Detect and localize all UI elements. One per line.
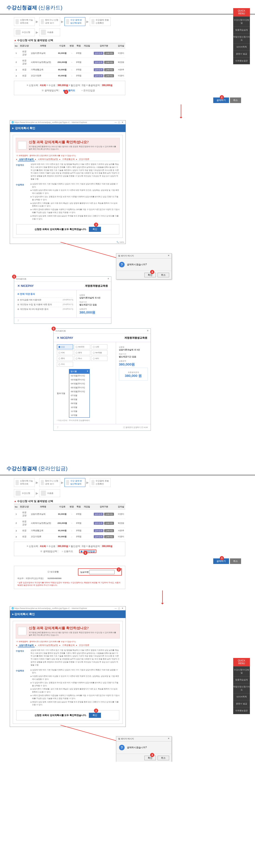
dropdown-option[interactable]: 07개월 [69, 394, 89, 398]
confirm-button[interactable]: 확인 [89, 227, 101, 232]
qm-item[interactable]: 네이버톡톡 [233, 693, 250, 700]
step[interactable]: 수강신청 [14, 28, 35, 36]
radio-bank[interactable]: ◉ 온라인입금 [79, 550, 96, 553]
tab[interactable]: 가족생활교육 [61, 158, 76, 161]
plan-label: 수업개요 [16, 649, 28, 667]
tab[interactable]: 건강가정론 [78, 158, 90, 161]
cancel-button[interactable]: 취소 [230, 97, 241, 103]
agree-all[interactable]: ⊘ 전체 약관 동의 [18, 292, 73, 296]
dropdown-option[interactable]: 12개월 [69, 413, 89, 417]
depositor-input[interactable] [89, 570, 115, 574]
card-option[interactable]: KB국민 [74, 344, 90, 349]
tab[interactable]: 상담이론과실제 [18, 644, 35, 647]
page-title: 수강신청결제 (온라인입금) [0, 461, 255, 475]
maximize-icon[interactable]: ▢ [118, 607, 120, 610]
cancel-button[interactable]: 취소 [230, 558, 241, 564]
detail-link[interactable]: [자세히보기] [63, 308, 73, 311]
step[interactable]: 수강 결제 방법선택/결제 [64, 478, 85, 487]
qm-item[interactable]: 자주묻는질문 [233, 57, 250, 64]
account-label: 예금주 : 계명대학교(산학협) [18, 577, 45, 580]
close-icon[interactable]: ✕ [147, 330, 149, 333]
qm-item[interactable]: 네이버톡톡 [233, 43, 250, 50]
qm-item[interactable]: 수강신청/수강방법 [233, 666, 250, 676]
agree-row[interactable]: ⊘ 전자금융거래 이용약관[자세히보기] [18, 298, 73, 302]
dropdown-option[interactable]: 04개월(무이자) [69, 382, 89, 386]
dropdown-option[interactable]: 10개월 [69, 405, 89, 409]
step[interactable]: 신청이력 가능과목조회 [14, 17, 35, 26]
card-option[interactable]: 하나 [74, 356, 90, 361]
plan-label: 수업목표 [16, 183, 28, 221]
close-icon[interactable]: ✕ [122, 121, 123, 123]
step[interactable]: 수료증 [39, 489, 60, 497]
maximize-icon[interactable]: ▢ [118, 121, 120, 123]
help-icon[interactable]: ❔ [17, 319, 19, 322]
help-icon[interactable]: ❔ [56, 426, 59, 428]
tab[interactable]: 건강가정론 [78, 644, 90, 647]
agree-row[interactable]: ⊘ 개인정보 수집 및 이용에 대한 동의[자세히보기] [18, 302, 73, 307]
card-option[interactable]: 신한 [91, 344, 107, 349]
step[interactable]: 신청이력 가능과목조회 [14, 478, 35, 487]
ok-button[interactable]: 확인 [144, 756, 156, 760]
tab[interactable]: 사회복지실천론(실천) [37, 644, 59, 647]
bank-radio[interactable]: ◎ 대구은행 [47, 570, 59, 574]
tab[interactable]: 상담이론과실제 [18, 158, 35, 161]
merchant-name: 계명원격평생교육원 [85, 284, 108, 287]
table-row: 1전공 교양상담이론과실제60,000원-3학점교수소개 교육과정이영미 [14, 510, 125, 519]
link[interactable]: 안심클릭페이 [78, 420, 90, 422]
step[interactable]: 수강결제 완료 신청확인 [90, 17, 111, 26]
card-note: * 카드사안내 : 무이자조회 안심클릭페이 [57, 419, 113, 422]
step-nav: 신청이력 가능과목조회▶ 장바구니·신청 내역 보기▶ 수강 결제 방법선택/결… [14, 478, 125, 487]
dropdown-option[interactable]: 08개월 [69, 398, 89, 402]
step[interactable]: 장바구니·신청 내역 보기 [39, 478, 60, 487]
detail-link[interactable]: [자세히보기] [63, 299, 73, 302]
step[interactable]: 수강결제 완료 신청확인 [90, 478, 111, 487]
close-icon[interactable]: ✕ [168, 254, 170, 257]
qm-item[interactable]: 증명서 발급 [233, 700, 250, 707]
qm-item[interactable]: 맞춤학습설계 [233, 27, 250, 33]
card-option[interactable]: NH채움 [91, 350, 107, 355]
dropdown-option[interactable]: 06개월(무이자) [69, 390, 89, 394]
radio-card[interactable]: ○ 신용카드 [62, 550, 73, 553]
tab[interactable]: 가족생활교육 [61, 644, 76, 647]
qm-item[interactable]: 증명서 발급 [233, 50, 250, 57]
agree-row[interactable]: ⊘ 개인정보 제 3자 제공약관 동의[자세히보기] [18, 307, 73, 311]
cancel-button[interactable]: 취소 [158, 756, 169, 760]
step[interactable]: 수료증 [39, 28, 60, 36]
close-icon[interactable]: ✕ [107, 278, 109, 281]
qm-item[interactable]: 수강신청/수강방법 [233, 17, 250, 27]
quick-menu-head: QUICKMENU [233, 8, 250, 17]
card-option[interactable]: 삼성 [57, 344, 73, 349]
card-option[interactable]: 현대 [74, 350, 90, 355]
card-option[interactable]: 롯데 [57, 356, 73, 361]
card-option[interactable]: 우리 [57, 362, 73, 367]
step[interactable]: 수강신청 [14, 489, 35, 497]
dropdown-option[interactable]: 02개월(무이자) [69, 374, 89, 378]
card-option[interactable]: 비씨 [57, 350, 73, 355]
message-box: 웹 페이지 메시지✕ ?결제하시겠습니까? 확인 취소 4 [116, 736, 172, 762]
step[interactable]: 수강 결제 방법선택/결제 [64, 17, 85, 26]
installment-dropdown[interactable]: 일시불▾ 02개월(무이자)03개월(무이자)04개월(무이자)05개월(무이자… [69, 369, 90, 418]
radio-bank[interactable]: ○ 온라인입금 [81, 89, 95, 92]
detail-link[interactable]: [자세히보기] [63, 303, 73, 306]
link[interactable]: 무이자조회 [68, 420, 78, 422]
dropdown-option[interactable]: 11개월 [69, 409, 89, 413]
minimize-icon[interactable]: — [115, 607, 117, 610]
close-icon[interactable]: ✕ [168, 737, 170, 740]
tab[interactable]: 사회복지실천론(실천) [37, 158, 59, 161]
chevron-right-icon: ▶ [61, 480, 64, 484]
confirm-button[interactable]: 확인 [89, 713, 101, 718]
dropdown-option[interactable]: 09개월 [69, 402, 89, 405]
card-option[interactable]: 씨티 [91, 356, 107, 361]
dropdown-option[interactable]: 03개월(무이자) [69, 378, 89, 382]
nicepay-footer: ❔ⓘ 결제문의 요청하기 ⓒ KOR [54, 424, 151, 431]
close-icon[interactable]: ✕ [122, 607, 123, 610]
plan-text: 상담에 대한 여러 가지 이론과 접근 기법 및 방법을 학습하고 이들 이론의… [31, 163, 120, 181]
qm-item[interactable]: 학점인정신청가이드 [233, 33, 250, 43]
step[interactable]: 장바구니·신청 내역 보기 [39, 17, 60, 26]
qm-item[interactable]: 맞춤학습설계 [233, 676, 250, 683]
qm-item[interactable]: 자주묻는질문 [233, 707, 250, 714]
svg-line-0 [60, 242, 118, 258]
dropdown-option[interactable]: 05개월(무이자) [69, 386, 89, 390]
qm-item[interactable]: 학점인정신청가이드 [233, 683, 250, 693]
minimize-icon[interactable]: — [115, 121, 117, 123]
